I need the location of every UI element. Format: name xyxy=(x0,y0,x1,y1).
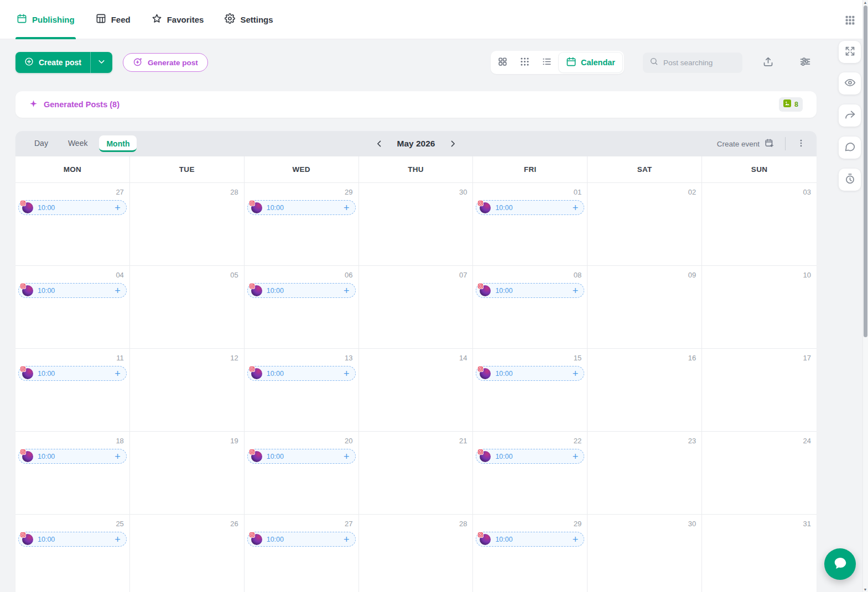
day-cell[interactable]: 26 xyxy=(130,515,245,592)
day-cell[interactable]: 30 xyxy=(588,515,702,592)
day-cell[interactable]: 30 xyxy=(359,183,474,266)
day-cell[interactable]: 0410:00+ xyxy=(15,266,130,349)
preview-button[interactable] xyxy=(839,72,861,95)
add-post-icon[interactable]: + xyxy=(344,450,350,463)
next-month-button[interactable] xyxy=(448,139,457,148)
day-cell[interactable]: 23 xyxy=(588,432,702,515)
history-button[interactable] xyxy=(839,169,861,191)
view-month-tab[interactable]: Month xyxy=(99,135,137,152)
day-cell[interactable]: 14 xyxy=(359,349,474,432)
scheduled-post-slot[interactable]: 10:00+ xyxy=(247,200,356,215)
day-cell[interactable]: 03 xyxy=(702,183,817,266)
tab-favorites[interactable]: Favorites xyxy=(152,0,204,39)
scroll-up-arrow[interactable]: ▲ xyxy=(863,1,867,4)
create-post-dropdown[interactable] xyxy=(90,52,112,73)
day-cell[interactable]: 16 xyxy=(588,349,702,432)
prev-month-button[interactable] xyxy=(375,139,384,148)
scheduled-post-slot[interactable]: 10:00+ xyxy=(18,283,127,298)
calendar-menu-button[interactable] xyxy=(796,138,806,150)
scrollbar-thumb[interactable] xyxy=(864,6,867,337)
tab-settings[interactable]: Settings xyxy=(225,0,273,39)
day-cell[interactable]: 0810:00+ xyxy=(473,266,588,349)
day-cell[interactable]: 02 xyxy=(588,183,702,266)
add-post-icon[interactable]: + xyxy=(344,202,350,214)
generate-post-button[interactable]: Generate post xyxy=(123,53,208,72)
day-cell[interactable]: 31 xyxy=(702,515,817,592)
day-cell[interactable]: 0110:00+ xyxy=(473,183,588,266)
day-cell[interactable]: 28 xyxy=(130,183,245,266)
add-post-icon[interactable]: + xyxy=(115,533,121,546)
expand-button[interactable] xyxy=(839,41,861,63)
add-post-icon[interactable]: + xyxy=(344,368,350,380)
search-input[interactable] xyxy=(663,59,736,67)
day-cell[interactable]: 12 xyxy=(130,349,245,432)
generated-posts-toggle[interactable]: Generated Posts (8) xyxy=(29,99,119,109)
generated-posts-badge[interactable]: 8 xyxy=(779,97,803,112)
support-chat-fab[interactable] xyxy=(824,548,856,580)
day-cell[interactable]: 0610:00+ xyxy=(245,266,359,349)
day-cell[interactable]: 05 xyxy=(130,266,245,349)
scheduled-post-slot[interactable]: 10:00+ xyxy=(247,283,356,298)
day-cell[interactable]: 2210:00+ xyxy=(473,432,588,515)
scheduled-post-slot[interactable]: 10:00+ xyxy=(476,366,584,381)
day-cell[interactable]: 2710:00+ xyxy=(15,183,130,266)
page-scrollbar[interactable]: ▲ ▼ xyxy=(862,0,868,592)
scheduled-post-slot[interactable]: 10:00+ xyxy=(18,449,127,464)
day-cell[interactable]: 2910:00+ xyxy=(473,515,588,592)
day-cell[interactable]: 21 xyxy=(359,432,474,515)
create-post-button[interactable]: Create post xyxy=(15,52,112,73)
day-cell[interactable]: 07 xyxy=(359,266,474,349)
scheduled-post-slot[interactable]: 10:00+ xyxy=(247,449,356,464)
add-post-icon[interactable]: + xyxy=(344,533,350,546)
add-post-icon[interactable]: + xyxy=(115,285,121,297)
add-post-icon[interactable]: + xyxy=(115,450,121,463)
view-list-button[interactable] xyxy=(537,53,558,72)
day-cell[interactable]: 24 xyxy=(702,432,817,515)
day-cell[interactable]: 09 xyxy=(588,266,702,349)
day-cell[interactable]: 10 xyxy=(702,266,817,349)
view-calendar-button[interactable]: Calendar xyxy=(559,53,622,72)
tab-feed[interactable]: Feed xyxy=(96,0,131,39)
day-cell[interactable]: 2010:00+ xyxy=(245,432,359,515)
scheduled-post-slot[interactable]: 10:00+ xyxy=(247,532,356,547)
scheduled-post-slot[interactable]: 10:00+ xyxy=(18,366,127,381)
view-week-tab[interactable]: Week xyxy=(60,135,96,153)
add-post-icon[interactable]: + xyxy=(573,533,579,546)
filters-button[interactable] xyxy=(799,56,811,70)
day-cell[interactable]: 19 xyxy=(130,432,245,515)
apps-grid-icon[interactable] xyxy=(839,9,861,31)
day-cell[interactable]: 2510:00+ xyxy=(15,515,130,592)
scheduled-post-slot[interactable]: 10:00+ xyxy=(18,200,127,215)
generated-posts-card[interactable]: Generated Posts (8) 8 xyxy=(15,91,817,118)
add-post-icon[interactable]: + xyxy=(115,368,121,380)
scheduled-post-slot[interactable]: 10:00+ xyxy=(247,366,356,381)
add-post-icon[interactable]: + xyxy=(115,202,121,214)
scheduled-post-slot[interactable]: 10:00+ xyxy=(476,449,584,464)
add-post-icon[interactable]: + xyxy=(573,450,579,463)
scheduled-post-slot[interactable]: 10:00+ xyxy=(476,283,584,298)
day-cell[interactable]: 1110:00+ xyxy=(15,349,130,432)
day-cell[interactable]: 17 xyxy=(702,349,817,432)
export-button[interactable] xyxy=(762,56,774,70)
day-cell[interactable]: 2710:00+ xyxy=(245,515,359,592)
scroll-down-arrow[interactable]: ▼ xyxy=(863,588,867,591)
create-post-main[interactable]: Create post xyxy=(15,52,90,73)
view-day-tab[interactable]: Day xyxy=(26,135,56,153)
create-event-button[interactable]: Create event xyxy=(717,138,775,150)
tab-publishing[interactable]: Publishing xyxy=(17,0,75,39)
add-post-icon[interactable]: + xyxy=(573,368,579,380)
view-grid-large-button[interactable] xyxy=(492,53,513,72)
scheduled-post-slot[interactable]: 10:00+ xyxy=(476,200,584,215)
view-grid-small-button[interactable] xyxy=(514,53,536,72)
scheduled-post-slot[interactable]: 10:00+ xyxy=(18,532,127,547)
day-cell[interactable]: 1810:00+ xyxy=(15,432,130,515)
add-post-icon[interactable]: + xyxy=(573,285,579,297)
day-cell[interactable]: 28 xyxy=(359,515,474,592)
day-cell[interactable]: 1310:00+ xyxy=(245,349,359,432)
day-cell[interactable]: 1510:00+ xyxy=(473,349,588,432)
share-button[interactable] xyxy=(839,104,861,127)
post-search[interactable] xyxy=(643,53,742,73)
day-cell[interactable]: 2910:00+ xyxy=(245,183,359,266)
scheduled-post-slot[interactable]: 10:00+ xyxy=(476,532,584,547)
add-post-icon[interactable]: + xyxy=(573,202,579,214)
